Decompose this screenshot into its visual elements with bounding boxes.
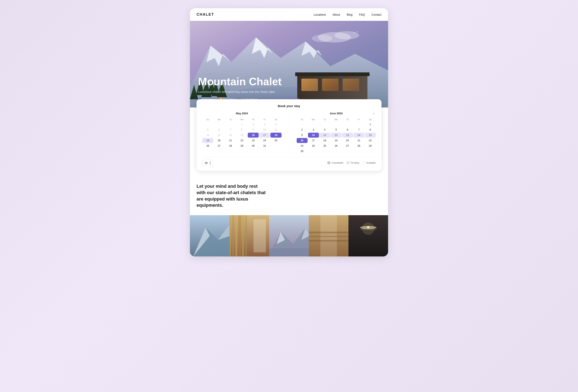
june-day[interactable]: 24 <box>308 143 319 148</box>
june-day[interactable]: 5 <box>331 127 342 132</box>
legend-unavailable: Unavailable <box>327 161 343 164</box>
june-day[interactable]: 18 <box>319 138 330 143</box>
may-day[interactable]: 8 <box>236 127 247 132</box>
june-day[interactable]: 14 <box>353 133 364 138</box>
june-day[interactable]: 6 <box>342 127 353 132</box>
may-day-header: Th <box>248 117 259 122</box>
june-day[interactable]: 27 <box>342 143 353 148</box>
may-grid[interactable]: SuMoTuWeThFrSa12345678910111213141516171… <box>202 117 282 148</box>
may-day[interactable]: 6 <box>214 127 225 132</box>
may-day[interactable]: 7 <box>225 127 236 132</box>
june-day[interactable]: 20 <box>342 138 353 143</box>
june-day[interactable]: 21 <box>353 138 364 143</box>
june-day[interactable]: 9 <box>297 133 308 138</box>
svg-rect-33 <box>242 215 244 257</box>
calendars-container: May 2024 SuMoTuWeThFrSa12345678910111213… <box>202 112 376 154</box>
may-day[interactable]: 23 <box>248 138 259 143</box>
booking-card: Book your stay May 2024 SuMoTuWeThFrSa12… <box>196 99 382 171</box>
gallery <box>190 215 388 257</box>
gallery-item-5[interactable] <box>348 215 388 257</box>
may-day[interactable]: 24 <box>259 138 270 143</box>
june-day[interactable]: 8 <box>365 127 376 132</box>
june-day[interactable]: 25 <box>319 143 330 148</box>
june-day-header: Mo <box>308 117 319 122</box>
june-day <box>308 149 319 154</box>
may-day[interactable]: 15 <box>236 133 247 138</box>
june-day[interactable]: 4 <box>319 127 330 132</box>
june-day[interactable]: 23 <box>297 143 308 148</box>
nav-blog[interactable]: Blog <box>347 13 353 16</box>
gallery-item-4[interactable] <box>309 215 348 257</box>
may-day[interactable]: 10 <box>259 127 270 132</box>
june-day[interactable]: 12 <box>331 133 342 138</box>
svg-rect-50 <box>360 229 377 230</box>
june-day <box>353 122 364 127</box>
june-day[interactable]: 16 <box>297 138 308 143</box>
may-day[interactable]: 1 <box>236 122 247 127</box>
gallery-item-3[interactable] <box>269 215 309 257</box>
may-title: May 2024 <box>236 112 248 115</box>
june-day[interactable]: 1 <box>365 122 376 127</box>
june-day[interactable]: 17 <box>308 138 319 143</box>
may-day[interactable]: 27 <box>214 143 225 148</box>
calendar-next-button[interactable]: › <box>372 111 376 116</box>
may-day[interactable]: 19 <box>202 138 213 143</box>
june-day[interactable]: 2 <box>297 127 308 132</box>
guests-down-arrow[interactable]: ▼ <box>209 163 211 165</box>
june-day[interactable]: 26 <box>331 143 342 148</box>
june-day[interactable]: 3 <box>308 127 319 132</box>
may-day[interactable]: 26 <box>202 143 213 148</box>
gallery-item-1[interactable] <box>190 215 230 257</box>
may-day-header: Tu <box>225 117 236 122</box>
june-day[interactable]: 28 <box>353 143 364 148</box>
may-day[interactable]: 4 <box>270 122 281 127</box>
june-day[interactable]: 10 <box>308 133 319 138</box>
gallery-item-2[interactable] <box>230 215 269 257</box>
nav-locations[interactable]: Locations <box>314 13 326 16</box>
may-day[interactable]: 5 <box>202 127 213 132</box>
nav-faq[interactable]: FAQ <box>359 13 365 16</box>
june-grid[interactable]: SuMoTuWeThFrSa12345678910111213141516171… <box>297 117 376 154</box>
nav-about[interactable]: About <box>333 13 340 16</box>
may-day[interactable]: 9 <box>248 127 259 132</box>
may-day[interactable]: 13 <box>214 133 225 138</box>
june-day[interactable]: 29 <box>365 143 376 148</box>
may-day[interactable]: 30 <box>248 143 259 148</box>
calendar-divider <box>289 112 289 154</box>
may-day[interactable]: 22 <box>236 138 247 143</box>
legend-available: Available <box>362 161 376 164</box>
svg-rect-35 <box>253 219 266 252</box>
guests-input-display: 18 ▲ ▼ <box>202 160 213 166</box>
june-day[interactable]: 30 <box>297 149 308 154</box>
may-day[interactable]: 21 <box>225 138 236 143</box>
pending-box <box>347 161 349 164</box>
june-day[interactable]: 15 <box>365 133 376 138</box>
may-day[interactable]: 31 <box>259 143 270 148</box>
june-day[interactable]: 22 <box>365 138 376 143</box>
june-title: June 2024 <box>330 112 343 115</box>
may-day[interactable]: 17 <box>259 133 270 138</box>
may-day[interactable]: 20 <box>214 138 225 143</box>
may-day[interactable]: 12 <box>202 133 213 138</box>
guests-arrows[interactable]: ▲ ▼ <box>209 161 211 165</box>
june-day[interactable]: 7 <box>353 127 364 132</box>
june-day[interactable]: 19 <box>331 138 342 143</box>
may-day[interactable]: 14 <box>225 133 236 138</box>
may-day[interactable]: 25 <box>270 138 281 143</box>
may-day[interactable]: 28 <box>225 143 236 148</box>
may-day[interactable]: 3 <box>259 122 270 127</box>
may-day[interactable]: 29 <box>236 143 247 148</box>
june-day[interactable]: 11 <box>319 133 330 138</box>
guests-up-arrow[interactable]: ▲ <box>209 161 211 163</box>
svg-point-49 <box>367 226 370 228</box>
may-day[interactable]: 11 <box>270 127 281 132</box>
may-day[interactable]: 18 <box>270 133 281 138</box>
guests-selector[interactable]: 18 ▲ ▼ <box>202 160 213 166</box>
svg-point-48 <box>362 222 375 235</box>
nav-contact[interactable]: Contact <box>372 13 382 16</box>
svg-rect-43 <box>309 232 348 233</box>
june-day[interactable]: 13 <box>342 133 353 138</box>
may-day[interactable]: 16 <box>248 133 259 138</box>
may-day[interactable]: 2 <box>248 122 259 127</box>
june-day <box>297 122 308 127</box>
